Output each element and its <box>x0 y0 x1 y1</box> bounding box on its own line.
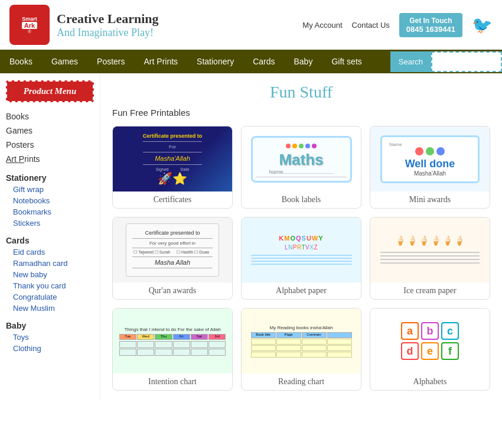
abc-cell-c: c <box>441 322 459 340</box>
header: Smart Ark ® Creative Learning And Imagin… <box>0 0 502 50</box>
sidebar: Product Menu Books Games Posters Art Pri… <box>0 73 100 400</box>
card-quran-awards[interactable]: Certificate presented to For very good e… <box>112 217 233 300</box>
sidebar-item-games[interactable]: Games <box>6 124 94 138</box>
sidebar-item-toys[interactable]: Toys <box>6 332 94 343</box>
card-img-quran-awards: Certificate presented to For very good e… <box>113 217 232 283</box>
sidebar-item-bookmarks[interactable]: Bookmarks <box>6 206 94 217</box>
card-label-alphabets: Alphabets <box>370 374 490 390</box>
abc-cell-f: f <box>441 342 459 360</box>
bird-icon: 🐦 <box>472 15 493 35</box>
content: Fun Stuff Fun Free Printables Certificat… <box>100 73 502 400</box>
sidebar-item-ramadhan-card[interactable]: Ramadhan card <box>6 258 94 269</box>
printables-grid: Certificate presented to For Masha'Allah… <box>112 126 490 391</box>
search-input[interactable] <box>431 51 502 72</box>
card-label-alphabet-paper: Alphabet paper <box>242 283 361 299</box>
card-img-reading-chart: My Reading books insha'Allah Book title … <box>242 309 361 374</box>
brand-text: Creative Learning And Imaginative Play! <box>57 11 159 39</box>
sidebar-item-thank-you-card[interactable]: Thank you card <box>6 280 94 291</box>
nav-art-prints[interactable]: Art Prints <box>135 50 188 73</box>
contact-us-link[interactable]: Contact Us <box>352 21 390 30</box>
abc-cell-d: d <box>401 342 419 360</box>
my-account-link[interactable]: My Account <box>302 21 342 30</box>
search-area: Search <box>390 51 502 72</box>
nav-posters[interactable]: Posters <box>87 50 134 73</box>
search-button[interactable]: Search <box>390 51 431 72</box>
nav-items: Books Games Posters Art Prints Stationer… <box>0 50 371 73</box>
card-label-ice-cream-paper: Ice cream paper <box>370 283 490 299</box>
card-label-quran-awards: Qur'an awards <box>113 283 232 299</box>
nav-cards[interactable]: Cards <box>243 50 284 73</box>
sidebar-section-baby: Baby Toys Clothing <box>6 319 94 354</box>
sidebar-item-notebooks[interactable]: Notebooks <box>6 195 94 206</box>
card-alphabets[interactable]: a b c d e f Alphabets <box>370 308 490 391</box>
sidebar-section-title-stationery: Stationery <box>6 171 94 184</box>
logo: Smart Ark ® <box>9 5 50 45</box>
header-links: My Account Contact Us <box>302 21 390 30</box>
get-in-touch-label: Get In Touch <box>406 17 455 25</box>
card-img-alphabet-paper: KMOQSUWY LNPRTVXZ <box>242 217 361 283</box>
product-menu-button[interactable]: Product Menu <box>6 80 94 102</box>
card-img-mini-awards: Name Well done Masha'Allah <box>370 126 490 191</box>
card-label-mini-awards: Mini awards <box>370 191 490 208</box>
nav-books[interactable]: Books <box>0 50 42 73</box>
sidebar-item-books[interactable]: Books <box>6 109 94 124</box>
sidebar-item-art-prints[interactable]: Art Prints <box>6 152 94 166</box>
abc-cell-e: e <box>421 342 439 360</box>
sidebar-item-posters[interactable]: Posters <box>6 138 94 152</box>
sidebar-item-congratulate[interactable]: Congratulate <box>6 291 94 303</box>
card-img-certificates: Certificate presented to For Masha'Allah… <box>113 126 232 191</box>
contact-box: Get In Touch 0845 1639441 <box>399 13 462 37</box>
abc-cell-a: a <box>401 322 419 340</box>
nav: Books Games Posters Art Prints Stationer… <box>0 50 502 73</box>
sidebar-section-title-cards: Cards <box>6 233 94 246</box>
brand-tagline: And Imaginative Play! <box>57 27 159 39</box>
card-label-book-labels: Book labels <box>242 191 361 208</box>
card-certificates[interactable]: Certificate presented to For Masha'Allah… <box>112 126 233 209</box>
main-layout: Product Menu Books Games Posters Art Pri… <box>0 73 502 400</box>
abc-cell-b: b <box>421 322 439 340</box>
nav-baby[interactable]: Baby <box>285 50 322 73</box>
sidebar-item-clothing[interactable]: Clothing <box>6 343 94 354</box>
card-intention-chart[interactable]: Things that I intend to do For the sake … <box>112 308 233 391</box>
sidebar-item-new-baby[interactable]: New baby <box>6 269 94 280</box>
nav-games[interactable]: Games <box>42 50 87 73</box>
phone-number: 0845 1639441 <box>406 25 455 34</box>
card-img-ice-cream-paper: 🍦🍦🍦🍦🍦🍦 <box>370 217 490 283</box>
card-book-labels[interactable]: Maths Name..............................… <box>241 126 361 209</box>
card-mini-awards[interactable]: Name Well done Masha'Allah Mini awards <box>370 126 490 209</box>
card-alphabet-paper[interactable]: KMOQSUWY LNPRTVXZ Alphabet paper <box>241 217 361 300</box>
card-img-alphabets: a b c d e f <box>370 309 490 374</box>
logo-area: Smart Ark ® Creative Learning And Imagin… <box>9 5 159 45</box>
nav-gift-sets[interactable]: Gift sets <box>322 50 371 73</box>
sidebar-item-stickers[interactable]: Stickers <box>6 217 94 229</box>
sidebar-section-title-baby: Baby <box>6 319 94 332</box>
sidebar-section-cards: Cards Eid cards Ramadhan card New baby T… <box>6 233 94 314</box>
card-label-certificates: Certificates <box>113 191 232 208</box>
card-ice-cream-paper[interactable]: 🍦🍦🍦🍦🍦🍦 Ice cream paper <box>370 217 490 300</box>
card-label-reading-chart: Reading chart <box>242 374 361 390</box>
brand-title: Creative Learning <box>57 11 159 27</box>
subtitle: Fun Free Printables <box>112 108 490 118</box>
sidebar-item-new-muslim[interactable]: New Muslim <box>6 303 94 314</box>
header-right: My Account Contact Us Get In Touch 0845 … <box>302 13 493 37</box>
card-img-intention-chart: Things that I intend to do For the sake … <box>113 309 232 374</box>
page-title: Fun Stuff <box>112 83 490 102</box>
card-reading-chart[interactable]: My Reading books insha'Allah Book title … <box>241 308 361 391</box>
sidebar-item-eid-cards[interactable]: Eid cards <box>6 246 94 258</box>
sidebar-section-stationery: Stationery Gift wrap Notebooks Bookmarks… <box>6 171 94 229</box>
card-label-intention-chart: Intention chart <box>113 374 232 390</box>
card-img-book-labels: Maths Name..............................… <box>242 126 361 191</box>
nav-stationery[interactable]: Stationery <box>187 50 243 73</box>
sidebar-item-gift-wrap[interactable]: Gift wrap <box>6 184 94 195</box>
